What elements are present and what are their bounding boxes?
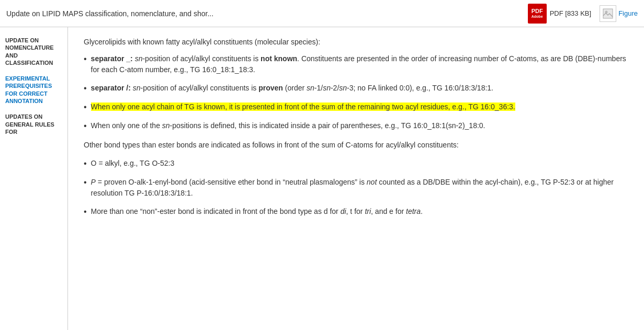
- figure-thumbnail[interactable]: [600, 5, 616, 22]
- primary-bullet-list: • separator _: sn-position of acyl/alkyl…: [84, 53, 628, 131]
- figure-section: Figure: [600, 5, 638, 22]
- pdf-label: PDF [833 KB]: [550, 9, 591, 17]
- highlighted-text: When only one acyl chain of TG is known,…: [91, 103, 515, 111]
- bullet-dot: •: [84, 54, 87, 65]
- bullet-dot: •: [84, 158, 87, 169]
- bullet-dot: •: [84, 83, 87, 94]
- figure-label[interactable]: Figure: [618, 9, 638, 17]
- bullet-dot: •: [84, 102, 87, 113]
- separator-slash-text: separator /: sn-position of acyl/alkyl c…: [91, 83, 628, 94]
- header: Update on LIPID MAPS classification, nom…: [0, 0, 644, 27]
- non-ester-bond-text: More than one “non”-ester bond is indica…: [91, 206, 628, 217]
- list-item: • separator /: sn-position of acyl/alkyl…: [84, 83, 628, 94]
- sidebar-item-experimental-prerequisites[interactable]: EXPERIMENTAL PREREQUISITES FOR CORRECT A…: [0, 71, 67, 109]
- plasmalogen-bond-text: P = proven O-alk-1-enyl-bond (acid-sensi…: [91, 177, 628, 199]
- sn-position-text: When only one of the sn-positions is def…: [91, 120, 628, 131]
- main-container: UPDATE ON NOMENCLATURE AND CLASSIFICATIO…: [0, 27, 644, 330]
- bullet-dot: •: [84, 207, 87, 218]
- bond-type-bullet-list: • O = alkyl, e.g., TG O-52:3 • P = prove…: [84, 158, 628, 218]
- list-item: • More than one “non”-ester bond is indi…: [84, 206, 628, 218]
- sidebar-item-updates-general[interactable]: UPDATES ON GENERAL RULES FOR: [0, 109, 67, 140]
- pdf-button[interactable]: PDF Adobe PDF [833 KB]: [528, 4, 591, 24]
- svg-rect-0: [603, 9, 613, 18]
- sidebar-item-update-nomenclature[interactable]: UPDATE ON NOMENCLATURE AND CLASSIFICATIO…: [0, 32, 67, 71]
- alkyl-bond-text: O = alkyl, e.g., TG O-52:3: [91, 158, 628, 169]
- figure-image-icon: [603, 8, 613, 19]
- list-item: • When only one acyl chain of TG is know…: [84, 101, 628, 113]
- bullet-dot: •: [84, 121, 87, 132]
- list-item: • P = proven O-alk-1-enyl-bond (acid-sen…: [84, 177, 628, 199]
- pdf-icon: PDF Adobe: [528, 4, 547, 24]
- bullet-dot: •: [84, 177, 87, 188]
- intro-text: Glycerolipids with known fatty acyl/alky…: [84, 38, 628, 46]
- list-item: • separator _: sn-position of acyl/alkyl…: [84, 53, 628, 75]
- content-area: Glycerolipids with known fatty acyl/alky…: [68, 27, 644, 330]
- header-actions: PDF Adobe PDF [833 KB] Figure: [528, 4, 638, 24]
- list-item: • O = alkyl, e.g., TG O-52:3: [84, 158, 628, 169]
- list-item: • When only one of the sn-positions is d…: [84, 120, 628, 132]
- page-title: Update on LIPID MAPS classification, nom…: [6, 9, 213, 18]
- acyl-chain-known-text: When only one acyl chain of TG is known,…: [91, 101, 628, 112]
- other-bond-intro: Other bond types than ester bonds are in…: [84, 140, 628, 151]
- separator-underscore-text: separator _: sn-position of acyl/alkyl c…: [91, 53, 628, 75]
- sidebar: UPDATE ON NOMENCLATURE AND CLASSIFICATIO…: [0, 27, 68, 330]
